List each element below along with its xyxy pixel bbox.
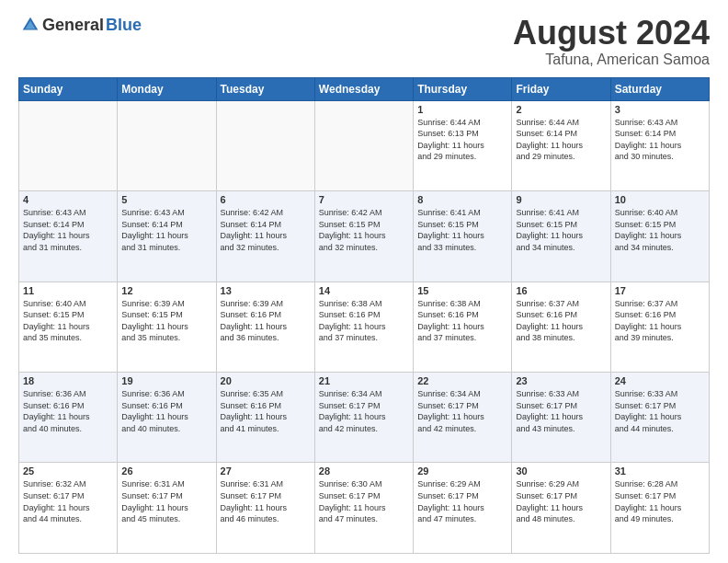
day-number: 25 bbox=[23, 465, 113, 477]
calendar-cell: 20Sunrise: 6:35 AMSunset: 6:16 PMDayligh… bbox=[216, 373, 314, 463]
day-number: 2 bbox=[516, 104, 606, 115]
day-info: Sunrise: 6:43 AMSunset: 6:14 PMDaylight:… bbox=[23, 207, 113, 253]
day-info: Sunrise: 6:41 AMSunset: 6:15 PMDaylight:… bbox=[417, 207, 507, 253]
calendar-cell: 30Sunrise: 6:29 AMSunset: 6:17 PMDayligh… bbox=[512, 463, 610, 554]
day-number: 27 bbox=[221, 465, 311, 477]
day-info: Sunrise: 6:29 AMSunset: 6:17 PMDaylight:… bbox=[417, 478, 507, 524]
day-number: 8 bbox=[417, 194, 507, 205]
day-number: 7 bbox=[319, 194, 409, 205]
calendar-cell bbox=[314, 100, 413, 190]
day-info: Sunrise: 6:29 AMSunset: 6:17 PMDaylight:… bbox=[516, 478, 606, 524]
calendar-cell: 17Sunrise: 6:37 AMSunset: 6:16 PMDayligh… bbox=[610, 282, 709, 372]
day-number: 28 bbox=[319, 465, 409, 477]
col-tuesday: Tuesday bbox=[216, 77, 314, 100]
col-wednesday: Wednesday bbox=[314, 77, 413, 100]
calendar-cell: 4Sunrise: 6:43 AMSunset: 6:14 PMDaylight… bbox=[19, 191, 118, 282]
day-info: Sunrise: 6:44 AMSunset: 6:14 PMDaylight:… bbox=[516, 117, 606, 163]
calendar-cell: 8Sunrise: 6:41 AMSunset: 6:15 PMDaylight… bbox=[414, 191, 512, 282]
day-number: 30 bbox=[516, 465, 606, 477]
day-info: Sunrise: 6:28 AMSunset: 6:17 PMDaylight:… bbox=[615, 478, 705, 524]
col-thursday: Thursday bbox=[414, 77, 512, 100]
day-info: Sunrise: 6:31 AMSunset: 6:17 PMDaylight:… bbox=[121, 478, 211, 524]
day-number: 6 bbox=[221, 194, 311, 205]
calendar-cell: 5Sunrise: 6:43 AMSunset: 6:14 PMDaylight… bbox=[118, 191, 216, 282]
day-number: 29 bbox=[417, 465, 507, 477]
calendar-cell bbox=[118, 100, 216, 190]
logo-blue: Blue bbox=[106, 16, 142, 35]
day-info: Sunrise: 6:36 AMSunset: 6:16 PMDaylight:… bbox=[121, 388, 211, 434]
day-info: Sunrise: 6:35 AMSunset: 6:16 PMDaylight:… bbox=[221, 388, 311, 434]
day-info: Sunrise: 6:33 AMSunset: 6:17 PMDaylight:… bbox=[615, 388, 705, 434]
calendar-cell: 11Sunrise: 6:40 AMSunset: 6:15 PMDayligh… bbox=[19, 282, 118, 372]
day-number: 10 bbox=[615, 194, 705, 205]
col-sunday: Sunday bbox=[19, 77, 118, 100]
day-info: Sunrise: 6:32 AMSunset: 6:17 PMDaylight:… bbox=[23, 478, 113, 524]
day-info: Sunrise: 6:40 AMSunset: 6:15 PMDaylight:… bbox=[23, 298, 113, 344]
header-row: Sunday Monday Tuesday Wednesday Thursday… bbox=[19, 77, 710, 100]
day-number: 11 bbox=[23, 285, 113, 296]
day-number: 14 bbox=[319, 285, 409, 296]
day-info: Sunrise: 6:42 AMSunset: 6:14 PMDaylight:… bbox=[221, 207, 311, 253]
day-number: 4 bbox=[23, 194, 113, 205]
day-number: 24 bbox=[615, 375, 705, 386]
page: GeneralBlue August 2024 Tafuna, American… bbox=[0, 0, 728, 563]
day-number: 12 bbox=[121, 285, 211, 296]
day-number: 18 bbox=[23, 375, 113, 386]
col-saturday: Saturday bbox=[610, 77, 709, 100]
page-subtitle: Tafuna, American Samoa bbox=[513, 52, 710, 68]
day-info: Sunrise: 6:34 AMSunset: 6:17 PMDaylight:… bbox=[319, 388, 409, 434]
day-number: 17 bbox=[615, 285, 705, 296]
calendar-cell: 28Sunrise: 6:30 AMSunset: 6:17 PMDayligh… bbox=[314, 463, 413, 554]
calendar-cell: 25Sunrise: 6:32 AMSunset: 6:17 PMDayligh… bbox=[19, 463, 118, 554]
calendar-cell: 27Sunrise: 6:31 AMSunset: 6:17 PMDayligh… bbox=[216, 463, 314, 554]
day-info: Sunrise: 6:43 AMSunset: 6:14 PMDaylight:… bbox=[615, 117, 705, 163]
calendar-cell: 9Sunrise: 6:41 AMSunset: 6:15 PMDaylight… bbox=[512, 191, 610, 282]
calendar-cell: 21Sunrise: 6:34 AMSunset: 6:17 PMDayligh… bbox=[314, 373, 413, 463]
calendar-cell bbox=[216, 100, 314, 190]
day-info: Sunrise: 6:30 AMSunset: 6:17 PMDaylight:… bbox=[319, 478, 409, 524]
day-number: 1 bbox=[417, 104, 507, 115]
calendar-cell: 16Sunrise: 6:37 AMSunset: 6:16 PMDayligh… bbox=[512, 282, 610, 372]
calendar-body: 1Sunrise: 6:44 AMSunset: 6:13 PMDaylight… bbox=[19, 100, 710, 553]
calendar-cell: 26Sunrise: 6:31 AMSunset: 6:17 PMDayligh… bbox=[118, 463, 216, 554]
calendar-cell: 12Sunrise: 6:39 AMSunset: 6:15 PMDayligh… bbox=[118, 282, 216, 372]
logo: GeneralBlue bbox=[18, 15, 142, 35]
day-number: 23 bbox=[516, 375, 606, 386]
day-info: Sunrise: 6:41 AMSunset: 6:15 PMDaylight:… bbox=[516, 207, 606, 253]
day-info: Sunrise: 6:34 AMSunset: 6:17 PMDaylight:… bbox=[417, 388, 507, 434]
day-info: Sunrise: 6:44 AMSunset: 6:13 PMDaylight:… bbox=[417, 117, 507, 163]
day-info: Sunrise: 6:33 AMSunset: 6:17 PMDaylight:… bbox=[516, 388, 606, 434]
logo-general: General bbox=[42, 16, 104, 35]
calendar-cell: 14Sunrise: 6:38 AMSunset: 6:16 PMDayligh… bbox=[314, 282, 413, 372]
calendar-cell: 18Sunrise: 6:36 AMSunset: 6:16 PMDayligh… bbox=[19, 373, 118, 463]
calendar-cell: 3Sunrise: 6:43 AMSunset: 6:14 PMDaylight… bbox=[610, 100, 709, 190]
day-info: Sunrise: 6:31 AMSunset: 6:17 PMDaylight:… bbox=[221, 478, 311, 524]
day-number: 3 bbox=[615, 104, 705, 115]
calendar-cell: 15Sunrise: 6:38 AMSunset: 6:16 PMDayligh… bbox=[414, 282, 512, 372]
day-number: 19 bbox=[121, 375, 211, 386]
day-number: 13 bbox=[221, 285, 311, 296]
day-info: Sunrise: 6:38 AMSunset: 6:16 PMDaylight:… bbox=[417, 298, 507, 344]
logo-icon bbox=[20, 15, 40, 35]
day-number: 21 bbox=[319, 375, 409, 386]
day-number: 20 bbox=[221, 375, 311, 386]
day-number: 16 bbox=[516, 285, 606, 296]
day-info: Sunrise: 6:37 AMSunset: 6:16 PMDaylight:… bbox=[615, 298, 705, 344]
calendar-cell: 6Sunrise: 6:42 AMSunset: 6:14 PMDaylight… bbox=[216, 191, 314, 282]
calendar-cell: 29Sunrise: 6:29 AMSunset: 6:17 PMDayligh… bbox=[414, 463, 512, 554]
calendar-cell: 19Sunrise: 6:36 AMSunset: 6:16 PMDayligh… bbox=[118, 373, 216, 463]
day-info: Sunrise: 6:39 AMSunset: 6:16 PMDaylight:… bbox=[221, 298, 311, 344]
day-number: 31 bbox=[615, 465, 705, 477]
calendar-cell: 13Sunrise: 6:39 AMSunset: 6:16 PMDayligh… bbox=[216, 282, 314, 372]
calendar-cell: 23Sunrise: 6:33 AMSunset: 6:17 PMDayligh… bbox=[512, 373, 610, 463]
col-monday: Monday bbox=[118, 77, 216, 100]
calendar-cell: 22Sunrise: 6:34 AMSunset: 6:17 PMDayligh… bbox=[414, 373, 512, 463]
day-info: Sunrise: 6:37 AMSunset: 6:16 PMDaylight:… bbox=[516, 298, 606, 344]
day-number: 26 bbox=[121, 465, 211, 477]
calendar-cell: 2Sunrise: 6:44 AMSunset: 6:14 PMDaylight… bbox=[512, 100, 610, 190]
day-number: 5 bbox=[121, 194, 211, 205]
calendar-cell: 31Sunrise: 6:28 AMSunset: 6:17 PMDayligh… bbox=[610, 463, 709, 554]
day-info: Sunrise: 6:36 AMSunset: 6:16 PMDaylight:… bbox=[23, 388, 113, 434]
calendar-cell: 7Sunrise: 6:42 AMSunset: 6:15 PMDaylight… bbox=[314, 191, 413, 282]
header: GeneralBlue August 2024 Tafuna, American… bbox=[18, 15, 710, 68]
